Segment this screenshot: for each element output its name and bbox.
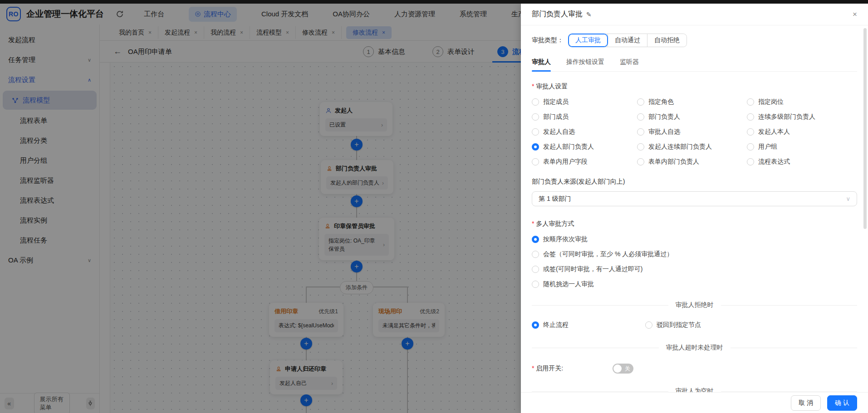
window-top-strip xyxy=(0,0,868,4)
radio-label: 随机挑选一人审批 xyxy=(543,280,594,288)
tab-listener[interactable]: 监听器 xyxy=(620,58,639,71)
approver-option[interactable]: 表单内部门负责人 xyxy=(637,158,747,166)
radio-icon xyxy=(747,113,754,121)
radio-icon xyxy=(532,236,539,243)
approver-option[interactable]: 发起人自选 xyxy=(532,128,637,136)
approval-type-row: 审批类型： 人工审批 自动通过 自动拒绝 xyxy=(532,34,857,47)
radio-label: 连续多级部门负责人 xyxy=(758,113,815,121)
approver-option[interactable]: 用户组 xyxy=(747,143,857,151)
radio-label: 会签（可同时审批，至少 % 人必须审批通过） xyxy=(543,250,673,258)
enable-switch-toggle[interactable]: 关 xyxy=(613,364,633,374)
radio-label: 表单内用户字段 xyxy=(543,158,588,166)
drawer-footer: 取 消 确 认 xyxy=(521,392,868,413)
radio-icon xyxy=(747,98,754,106)
radio-icon xyxy=(532,266,539,273)
approver-option[interactable]: 审批人自选 xyxy=(637,128,747,136)
approver-option[interactable]: 流程表达式 xyxy=(747,158,857,166)
approval-type-manual[interactable]: 人工审批 xyxy=(569,34,608,47)
radio-icon xyxy=(532,98,539,106)
divider-on-empty: 审批人为空时 xyxy=(532,387,857,392)
divider-label: 审批人为空时 xyxy=(676,387,714,392)
radio-icon xyxy=(747,158,754,165)
radio-label: 发起人本人 xyxy=(758,128,790,136)
close-icon[interactable]: × xyxy=(853,10,857,19)
multi-approve-options: 按顺序依次审批 会签（可同时审批，至少 % 人必须审批通过） 或签(可同时审批，… xyxy=(532,235,857,288)
radio-icon xyxy=(747,128,754,136)
radio-icon xyxy=(532,158,539,165)
radio-label: 审批人自选 xyxy=(648,128,680,136)
approver-option[interactable]: 表单内用户字段 xyxy=(532,158,637,166)
approver-option[interactable]: 指定成员 xyxy=(532,98,637,106)
drawer-title: 部门负责人审批 xyxy=(532,10,583,19)
radio-label: 驳回到指定节点 xyxy=(657,321,701,329)
cancel-button[interactable]: 取 消 xyxy=(791,395,821,411)
approver-options: 指定成员 指定角色 指定岗位 部门成员 部门负责人 连续多级部门负责人 发起人自… xyxy=(532,98,857,166)
enable-switch-label: 启用开关: xyxy=(532,364,613,373)
edit-icon[interactable]: ✎ xyxy=(586,11,592,18)
radio-label: 指定角色 xyxy=(648,98,674,106)
approver-option[interactable]: 发起人本人 xyxy=(747,128,857,136)
radio-icon xyxy=(637,128,644,136)
approval-type-auto-reject[interactable]: 自动拒绝 xyxy=(647,34,687,47)
multi-approve-option-selected[interactable]: 按顺序依次审批 xyxy=(532,235,857,243)
approver-option[interactable]: 连续多级部门负责人 xyxy=(747,113,857,121)
divider-label: 审批人超时未处理时 xyxy=(666,344,723,352)
radio-icon xyxy=(532,251,539,258)
radio-label: 流程表达式 xyxy=(758,158,790,166)
radio-label: 终止流程 xyxy=(543,321,569,329)
radio-label: 发起人连续部门负责人 xyxy=(648,143,712,151)
reject-option[interactable]: 驳回到指定节点 xyxy=(645,321,857,329)
radio-label: 发起人部门负责人 xyxy=(543,143,594,151)
approver-option[interactable]: 部门成员 xyxy=(532,113,637,121)
drawer-tabs: 审批人 操作按钮设置 监听器 xyxy=(532,58,857,72)
multi-approve-label: 多人审批方式 xyxy=(532,220,857,228)
radio-icon xyxy=(532,143,539,151)
multi-approve-option[interactable]: 或签(可同时审批，有一人通过即可) xyxy=(532,265,857,273)
select-value: 第 1 级部门 xyxy=(539,195,571,203)
dept-source-select[interactable]: 第 1 级部门 ∨ xyxy=(532,191,857,206)
approver-option[interactable]: 指定岗位 xyxy=(747,98,857,106)
radio-icon xyxy=(532,321,539,329)
tab-action-buttons[interactable]: 操作按钮设置 xyxy=(566,58,604,71)
radio-icon xyxy=(747,143,754,151)
radio-label: 部门负责人 xyxy=(648,113,680,121)
approver-option[interactable]: 发起人连续部门负责人 xyxy=(637,143,747,151)
radio-label: 按顺序依次审批 xyxy=(543,235,588,243)
radio-icon xyxy=(637,158,644,165)
divider-on-timeout: 审批人超时未处理时 xyxy=(532,344,857,352)
radio-icon xyxy=(532,128,539,136)
approval-type-segmented: 人工审批 自动通过 自动拒绝 xyxy=(568,34,687,47)
approver-option[interactable]: 部门负责人 xyxy=(637,113,747,121)
multi-approve-option[interactable]: 会签（可同时审批，至少 % 人必须审批通过） xyxy=(532,250,857,258)
radio-label: 或签(可同时审批，有一人通过即可) xyxy=(543,265,642,273)
drawer-body: 审批类型： 人工审批 自动通过 自动拒绝 审批人 操作按钮设置 监听器 审批人设… xyxy=(521,25,868,392)
radio-icon xyxy=(645,321,652,329)
radio-label: 表单内部门负责人 xyxy=(648,158,699,166)
dept-source-label: 部门负责人来源(发起人部门向上) xyxy=(532,178,857,186)
approval-type-auto-pass[interactable]: 自动通过 xyxy=(608,34,647,47)
divider-label: 审批人拒绝时 xyxy=(676,301,714,309)
toggle-knob xyxy=(613,364,622,373)
radio-label: 部门成员 xyxy=(543,113,569,121)
reject-options: 终止流程 驳回到指定节点 xyxy=(532,321,857,329)
chevron-down-icon: ∨ xyxy=(846,195,850,202)
radio-label: 用户组 xyxy=(758,143,777,151)
enable-switch-row: 启用开关: 关 xyxy=(532,364,857,374)
radio-icon xyxy=(637,113,644,121)
reject-option-selected[interactable]: 终止流程 xyxy=(532,321,645,329)
radio-label: 指定成员 xyxy=(543,98,569,106)
divider-on-reject: 审批人拒绝时 xyxy=(532,301,857,309)
approval-settings-drawer: 部门负责人审批 ✎ × 审批类型： 人工审批 自动通过 自动拒绝 审批人 操作按… xyxy=(521,4,868,413)
tab-approver[interactable]: 审批人 xyxy=(532,58,551,71)
drawer-header: 部门负责人审批 ✎ × xyxy=(521,4,868,25)
radio-label: 指定岗位 xyxy=(758,98,784,106)
radio-icon xyxy=(637,98,644,106)
approver-option[interactable]: 指定角色 xyxy=(637,98,747,106)
radio-icon xyxy=(637,143,644,151)
radio-icon xyxy=(532,281,539,288)
drawer-scrollbar[interactable] xyxy=(863,28,867,229)
multi-approve-option[interactable]: 随机挑选一人审批 xyxy=(532,280,857,288)
approval-type-label: 审批类型： xyxy=(532,36,564,44)
approver-option-selected[interactable]: 发起人部门负责人 xyxy=(532,143,637,151)
confirm-button[interactable]: 确 认 xyxy=(827,395,857,411)
